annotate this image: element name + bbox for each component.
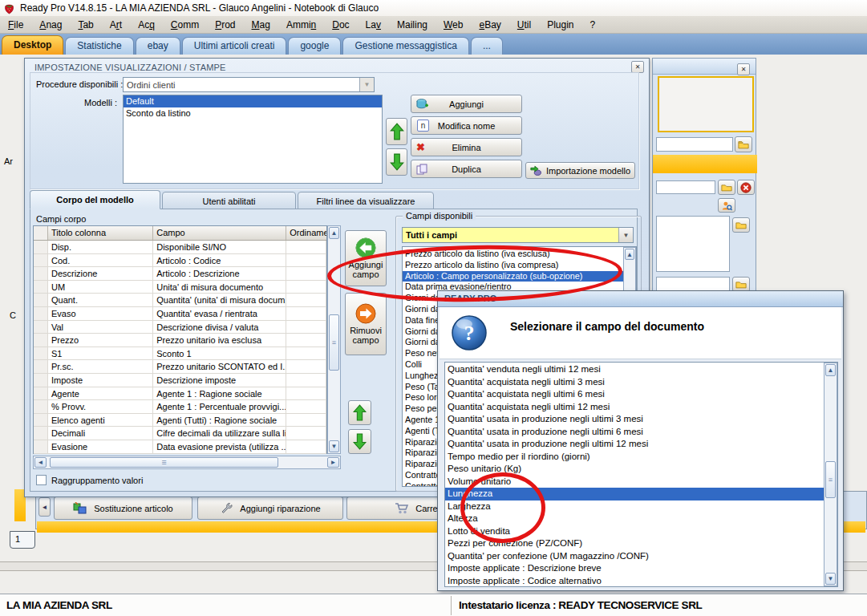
list-item-selected[interactable]: Articolo : Campo personalizzato (sub-opz… (403, 271, 623, 282)
list-item[interactable]: Prezzo articolo da listino (iva esclusa) (403, 249, 623, 260)
list-item[interactable]: Quantita' usata in produzione negli ulti… (445, 426, 824, 439)
list-item[interactable]: Quantita' acquistata negli ultimi 3 mesi (445, 376, 824, 389)
table-row[interactable]: Disp.Disponibile SI/NO (34, 241, 326, 254)
scroll-up-icon[interactable] (825, 364, 836, 376)
menu-item-help[interactable]: ? (582, 17, 604, 33)
campi-corpo-table[interactable]: Titolo colonna Campo Ordinamen Disp.Disp… (33, 225, 327, 454)
scroll-right-icon[interactable] (327, 457, 339, 468)
folder-button[interactable] (735, 136, 752, 152)
folder-button[interactable] (718, 180, 735, 195)
ready-field-listbox[interactable]: Quantita' venduta negli ultimi 12 mesi Q… (444, 362, 838, 587)
table-horizontal-scrollbar[interactable] (33, 456, 341, 469)
scroll-thumb[interactable] (329, 314, 339, 371)
header-ordinamento[interactable]: Ordinamen (286, 226, 326, 240)
menu-item-ammin[interactable]: Ammin (278, 17, 324, 33)
menu-item-plugin[interactable]: Plugin (539, 17, 581, 33)
scroll-thumb[interactable] (825, 461, 836, 498)
modifica-nome-button[interactable]: Modifica nome (411, 116, 522, 135)
list-item[interactable]: Quantita' acquistata negli ultimi 12 mes… (445, 401, 824, 414)
menu-item-file[interactable]: File (0, 17, 31, 33)
elimina-button[interactable]: Elimina (411, 138, 522, 156)
dialog-close-button[interactable] (631, 61, 644, 73)
clear-button[interactable] (737, 180, 755, 195)
tab-ebay[interactable]: ebay (136, 37, 180, 55)
list-item[interactable]: Imposte applicate : Codice alternativo (445, 575, 824, 588)
menu-item-doc[interactable]: Doc (324, 17, 357, 33)
raggruppamento-checkbox[interactable] (36, 475, 47, 485)
menu-item-prod[interactable]: Prod (207, 17, 243, 33)
list-item[interactable]: Prezzo articolo da listino (iva compresa… (403, 260, 623, 271)
scroll-up-icon[interactable] (329, 227, 339, 239)
campi-filter-combobox[interactable]: Tutti i campi (402, 227, 634, 243)
folder-button[interactable] (732, 217, 750, 233)
list-item[interactable]: Pezzi per confezione (PZ/CONF) (445, 537, 824, 550)
tab-corpo-del-modello[interactable]: Corpo del modello (30, 190, 160, 209)
menu-item-anag[interactable]: Anag (31, 17, 70, 33)
menu-item-util[interactable]: Util (509, 17, 539, 33)
table-row[interactable]: Pr.sc.Prezzo unitario SCONTATO ed I... (34, 360, 326, 374)
menu-item-comm[interactable]: Comm (163, 17, 207, 33)
list-item[interactable]: Quantita' usata in produzione negli ulti… (445, 438, 824, 451)
model-move-down-button[interactable] (386, 148, 407, 176)
table-vertical-scrollbar[interactable] (327, 225, 341, 454)
table-row[interactable]: PrezzoPrezzo unitario iva esclusa (34, 334, 326, 347)
list-item[interactable]: Imposte applicate : Descrizione breve (445, 562, 824, 575)
field-move-down-button[interactable] (348, 429, 371, 454)
duplica-button[interactable]: Duplica (411, 160, 522, 178)
scroll-left-icon[interactable] (34, 457, 47, 468)
table-row[interactable]: Cod.Articolo : Codice (34, 254, 326, 268)
table-row[interactable]: DescrizioneArticolo : Descrizione (34, 267, 326, 281)
table-row[interactable]: AgenteAgente 1 : Ragione sociale (34, 387, 326, 401)
tab-statistiche[interactable]: Statistiche (65, 37, 133, 55)
ready-list-scrollbar[interactable] (824, 363, 837, 586)
tab-ultimi-articoli[interactable]: Ultimi articoli creati (182, 37, 287, 55)
list-item[interactable]: Peso unitario (Kg) (445, 463, 824, 476)
table-row[interactable]: DecimaliCifre decimali da utilizzare sul… (34, 427, 326, 440)
search-user-button[interactable] (718, 198, 735, 213)
page-tab-1[interactable]: 1 (10, 531, 35, 549)
list-item[interactable]: Quantita' acquistata negli ultimi 6 mesi (445, 388, 824, 401)
tab-google[interactable]: google (288, 37, 341, 55)
tab-gestione-messaggistica[interactable]: Gestione messaggistica (342, 37, 468, 55)
menu-item-mailing[interactable]: Mailing (389, 17, 436, 33)
menu-item-mag[interactable]: Mag (244, 17, 278, 33)
scroll-up-icon[interactable] (625, 249, 634, 260)
rimuovi-campo-button[interactable]: Rimuovi campo (345, 293, 387, 355)
menu-item-ebay[interactable]: eBay (471, 17, 508, 33)
tab-filtri-linee[interactable]: Filtri linee da visualizzare (298, 192, 434, 209)
list-item[interactable]: Tempo medio per il riordino (giorni) (445, 451, 824, 464)
list-item[interactable]: Quantita' usata in produzione negli ulti… (445, 413, 824, 426)
scroll-down-icon[interactable] (825, 573, 836, 585)
table-row[interactable]: EvasoQuantita' evasa / rientrata (34, 307, 326, 321)
list-item[interactable]: Larghezza (445, 500, 824, 513)
side-panel-listbox[interactable] (656, 216, 730, 272)
side-panel-input[interactable] (656, 137, 733, 152)
menu-item-art[interactable]: Art (102, 17, 130, 33)
importazione-modello-button[interactable]: Importazione modello (525, 162, 635, 179)
table-row[interactable]: EvasioneData evasione prevista (utilizza… (34, 440, 326, 454)
scroll-thumb[interactable] (50, 457, 278, 468)
model-move-up-button[interactable] (386, 118, 407, 145)
collapse-panel-button[interactable]: ◄ (38, 497, 51, 517)
table-row[interactable]: ImposteDescrizione imposte (34, 374, 326, 387)
list-item-selected[interactable]: Lunghezza (445, 488, 824, 500)
scroll-down-icon[interactable] (329, 440, 339, 452)
table-row[interactable]: % Provv.Agente 1 : Percentuale provvigi.… (34, 400, 326, 414)
table-row[interactable]: S1Sconto 1 (34, 347, 326, 361)
header-campo[interactable]: Campo (153, 226, 286, 240)
header-titolo-colonna[interactable]: Titolo colonna (48, 226, 153, 240)
table-row[interactable]: Elenco agentiAgenti (Tutti) : Ragione so… (34, 414, 326, 428)
modelli-listbox[interactable]: Default Sconto da listino (123, 95, 383, 184)
table-row[interactable]: Quant.Quantita' (unita' di misura docum.… (34, 294, 326, 307)
procedure-combobox[interactable]: Ordini clienti (123, 77, 375, 92)
tab-more[interactable]: ... (471, 37, 503, 55)
list-item[interactable]: Quantita' venduta negli ultimi 12 mesi (445, 363, 824, 376)
list-item[interactable]: Altezza (445, 513, 824, 525)
tab-desktop[interactable]: Desktop (2, 35, 63, 55)
menu-item-lav[interactable]: Lav (358, 17, 389, 33)
modelli-item-selected[interactable]: Default (124, 95, 382, 107)
menu-item-tab[interactable]: Tab (70, 17, 101, 33)
aggiungi-campo-button[interactable]: Aggiungi campo (345, 230, 387, 286)
aggiungi-riparazione-button[interactable]: Aggiungi riparazione (197, 496, 343, 520)
list-item[interactable]: Lotto di vendita (445, 525, 824, 538)
